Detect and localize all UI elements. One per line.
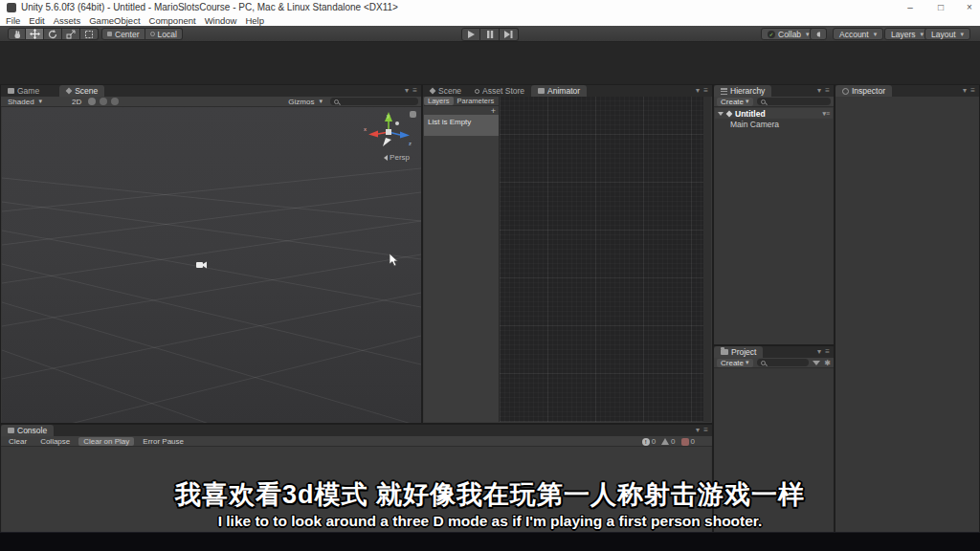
- project-create-dropdown[interactable]: Create: [717, 359, 753, 367]
- move-icon: [30, 29, 40, 39]
- add-layer-button[interactable]: +: [491, 106, 496, 116]
- draw-mode-dropdown[interactable]: Shaded: [4, 98, 65, 106]
- play-icon: [467, 31, 475, 38]
- menu-component[interactable]: Component: [149, 15, 196, 26]
- animator-tabstrip: Scene Asset Store Animator ▾ ≡: [423, 85, 712, 97]
- console-tab-icon: [8, 428, 14, 433]
- minimize-button[interactable]: –: [898, 0, 923, 15]
- 2d-toggle-button[interactable]: 2D: [69, 98, 84, 106]
- gizmos-dropdown[interactable]: Gizmos: [284, 98, 326, 106]
- tab-project[interactable]: Project: [714, 346, 763, 358]
- pause-button[interactable]: [480, 28, 500, 41]
- mouse-cursor: [389, 253, 400, 267]
- collapse-button[interactable]: Collapse: [35, 437, 75, 446]
- tab-scene-2[interactable]: Scene: [423, 85, 468, 97]
- error-count[interactable]: 0: [681, 437, 695, 446]
- info-count[interactable]: !0: [642, 437, 656, 446]
- scale-tool-button[interactable]: [62, 28, 80, 40]
- camera-gizmo-icon[interactable]: [196, 260, 208, 269]
- game-tab-icon: [8, 88, 14, 94]
- menu-assets[interactable]: Assets: [54, 15, 81, 26]
- tab-hierarchy[interactable]: Hierarchy: [714, 85, 771, 97]
- hierarchy-tabstrip: Hierarchy ▾ ≡: [714, 85, 834, 97]
- add-layer-row: +: [424, 106, 499, 115]
- hierarchy-item-main-camera[interactable]: Main Camera: [715, 119, 833, 129]
- hierarchy-create-dropdown[interactable]: Create: [717, 98, 753, 106]
- animator-scrollbar[interactable]: [703, 97, 711, 422]
- tab-asset-store[interactable]: Asset Store: [468, 85, 531, 97]
- scene-tabstrip: Game Scene ▾ ≡: [1, 85, 421, 97]
- scene-menu-icon[interactable]: ▾≡: [822, 110, 830, 118]
- panel-menu-icon[interactable]: ▾ ≡: [696, 86, 709, 95]
- rect-tool-button[interactable]: [80, 28, 99, 40]
- panel-menu-icon[interactable]: ▾ ≡: [817, 86, 831, 95]
- hierarchy-item-untitled[interactable]: Untitled ▾≡: [715, 108, 833, 119]
- hierarchy-search-input[interactable]: [757, 98, 831, 105]
- error-pause-button[interactable]: Error Pause: [138, 437, 189, 446]
- pivot-center-button[interactable]: Center: [101, 28, 145, 40]
- project-tab-icon: [721, 349, 728, 355]
- tab-inspector[interactable]: Inspector: [835, 85, 892, 97]
- tab-animator[interactable]: Animator: [531, 85, 587, 97]
- scene-view-toolbar: Shaded 2D Gizmos: [1, 97, 421, 107]
- panel-menu-icon[interactable]: ▾ ≡: [696, 426, 709, 434]
- step-button[interactable]: [500, 28, 519, 41]
- hand-tool-button[interactable]: [8, 28, 26, 40]
- layers-tab[interactable]: Layers: [424, 97, 454, 105]
- fold-arrow-icon[interactable]: [718, 112, 724, 116]
- menu-help[interactable]: Help: [245, 15, 264, 26]
- panel-menu-icon[interactable]: ▾ ≡: [817, 347, 831, 356]
- rotate-tool-button[interactable]: [44, 28, 62, 40]
- project-search-input[interactable]: [757, 359, 810, 366]
- window-titlebar: Unity 5.6.0f3 (64bit) - Untitled - Mario…: [0, 0, 980, 15]
- console-tabstrip: Console ▾ ≡: [1, 425, 712, 436]
- scene-search-input[interactable]: [330, 98, 418, 105]
- collab-dropdown[interactable]: ✓Collab: [761, 28, 816, 40]
- pivot-icon: [107, 32, 112, 36]
- rotation-icon: [150, 32, 155, 36]
- layers-dropdown[interactable]: Layers: [884, 28, 930, 40]
- scene-tab-icon: [430, 88, 436, 95]
- panel-menu-icon[interactable]: ▾ ≡: [963, 86, 976, 95]
- scene-grid: [2, 107, 421, 423]
- space-local-button[interactable]: Local: [145, 28, 183, 40]
- clear-on-play-button[interactable]: Clear on Play: [78, 437, 134, 446]
- cloud-button[interactable]: [810, 28, 827, 40]
- layout-dropdown[interactable]: Layout: [924, 28, 970, 40]
- search-by-type-icon[interactable]: [813, 361, 820, 365]
- tab-game[interactable]: Game: [1, 85, 46, 97]
- playmode-controls: [461, 28, 519, 41]
- error-icon: [681, 438, 689, 446]
- menu-file[interactable]: File: [6, 15, 20, 26]
- menu-gameobject[interactable]: GameObject: [89, 15, 140, 26]
- parameters-tab[interactable]: Parameters: [454, 97, 499, 105]
- animator-grid[interactable]: [500, 97, 703, 422]
- info-icon: !: [642, 438, 650, 446]
- play-button[interactable]: [461, 28, 480, 41]
- panel-menu-icon[interactable]: ▾ ≡: [405, 86, 418, 95]
- svg-text:y: y: [387, 113, 390, 119]
- search-icon: [761, 99, 766, 104]
- persp-label[interactable]: Persp: [384, 153, 410, 162]
- warning-count[interactable]: 0: [661, 437, 675, 446]
- move-tool-button[interactable]: [26, 28, 44, 40]
- tab-scene[interactable]: Scene: [59, 85, 104, 97]
- tab-console[interactable]: Console: [1, 425, 54, 436]
- scene-panel: Game Scene ▾ ≡ Shaded 2D Gizmos: [0, 84, 422, 424]
- scene-orientation-gizmo[interactable]: y x z: [364, 109, 413, 151]
- lighting-toggle-icon[interactable]: [88, 98, 96, 105]
- close-button[interactable]: ×: [957, 0, 980, 15]
- audio-toggle-icon[interactable]: [100, 98, 107, 105]
- maximize-button[interactable]: □: [928, 0, 953, 15]
- menu-edit[interactable]: Edit: [29, 15, 44, 26]
- effects-dropdown-icon[interactable]: [111, 98, 119, 105]
- search-by-label-icon[interactable]: ✱: [824, 359, 831, 367]
- scene-viewport[interactable]: y x z Persp: [2, 107, 421, 423]
- windows-taskbar: [0, 532, 980, 551]
- menu-window[interactable]: Window: [205, 15, 237, 26]
- project-toolbar: Create ✱: [714, 358, 834, 368]
- clear-button[interactable]: Clear: [4, 437, 32, 446]
- svg-text:z: z: [409, 141, 412, 146]
- step-icon: [504, 31, 513, 38]
- account-dropdown[interactable]: Account: [833, 28, 883, 40]
